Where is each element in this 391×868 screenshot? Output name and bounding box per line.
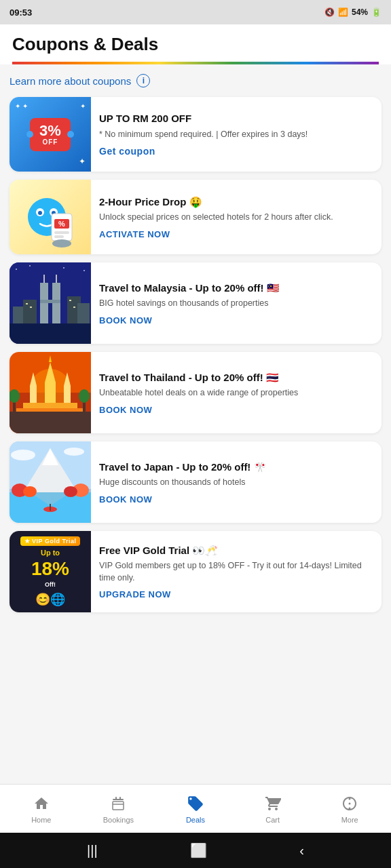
svg-point-58 xyxy=(23,486,37,497)
svg-rect-28 xyxy=(30,307,32,308)
deal-cta-malaysia[interactable]: BOOK NOW xyxy=(99,315,373,326)
bottom-nav: Home Bookings Deals xyxy=(0,784,391,833)
coupon-off: OFF xyxy=(39,138,61,146)
recent-apps-btn[interactable]: ||| xyxy=(87,843,98,859)
content-area: Learn more about coupons i ✦ ✦ ✦ 3% OFF … xyxy=(0,64,391,784)
deal-desc-malaysia: BIG hotel savings on thousands of proper… xyxy=(99,298,373,310)
vip-off: Off! xyxy=(45,581,56,588)
deal-info-vip: Free VIP Gold Trial 👀🥂 VIP Gold members … xyxy=(91,531,381,612)
deal-desc-vip: VIP Gold members get up to 18% OFF - Try… xyxy=(99,560,373,584)
svg-rect-40 xyxy=(64,386,71,403)
header: Coupons & Deals xyxy=(0,24,391,64)
svg-rect-8 xyxy=(54,231,69,234)
japan-fuji-svg xyxy=(10,441,91,523)
deal-cta-coupon[interactable]: Get coupon xyxy=(99,146,373,157)
svg-rect-41 xyxy=(23,403,77,408)
system-nav-bar: ||| ⬜ ‹ xyxy=(0,833,391,868)
svg-rect-35 xyxy=(45,382,56,403)
deal-title-coupon: UP TO RM 200 OFF xyxy=(99,112,373,125)
deal-desc-price-drop: Unlock special prices on selected hotels… xyxy=(99,212,373,224)
deal-title-malaysia: Travel to Malaysia - Up to 20% off! 🇲🇾 xyxy=(99,281,373,295)
cart-icon xyxy=(263,794,282,813)
nav-item-home[interactable]: Home xyxy=(3,790,80,828)
nav-item-cart[interactable]: Cart xyxy=(234,790,312,828)
svg-point-51 xyxy=(64,448,84,456)
deal-cta-japan[interactable]: BOOK NOW xyxy=(99,494,373,505)
deal-card-price-drop: % 2-Hour Price Drop 🤑 Unlock special pri… xyxy=(10,180,381,254)
svg-point-59 xyxy=(64,486,77,497)
nav-label-more: More xyxy=(341,816,358,824)
svg-rect-63 xyxy=(113,802,124,810)
deal-title-thailand: Travel to Thailand - Up to 20% off! 🇹🇭 xyxy=(99,371,373,384)
deal-cta-price-drop[interactable]: ACTIVATE NOW xyxy=(99,229,373,239)
status-bar: 09:53 🔇 📶 54% 🔋 xyxy=(0,0,391,24)
nav-item-deals[interactable]: Deals xyxy=(157,790,234,828)
coupon-ticket: 3% OFF xyxy=(30,118,71,151)
svg-rect-21 xyxy=(40,300,60,303)
vip-percent: 18% xyxy=(31,559,69,578)
svg-point-14 xyxy=(63,267,64,269)
vip-inner: ★ VIP Gold Trial Up to 18% Off! 😊🌐 xyxy=(10,531,91,612)
home-btn[interactable]: ⬜ xyxy=(190,842,207,859)
learn-more-row: Learn more about coupons i xyxy=(10,74,381,87)
more-icon xyxy=(340,794,359,813)
deal-info-malaysia: Travel to Malaysia - Up to 20% off! 🇲🇾 B… xyxy=(91,262,381,344)
mute-icon: 🔇 xyxy=(324,7,335,17)
deal-card-coupon-200: ✦ ✦ ✦ 3% OFF ✦ UP TO RM 200 OFF * No min… xyxy=(10,97,381,172)
deal-image-coupon: ✦ ✦ ✦ 3% OFF ✦ xyxy=(10,97,91,172)
svg-rect-26 xyxy=(10,323,91,344)
home-icon xyxy=(32,794,51,813)
deal-info-thailand: Travel to Thailand - Up to 20% off! 🇹🇭 U… xyxy=(91,352,381,433)
learn-more-link[interactable]: Learn more about coupons xyxy=(10,75,131,87)
deal-info-price-drop: 2-Hour Price Drop 🤑 Unlock special price… xyxy=(91,180,381,254)
deal-cta-vip[interactable]: UPGRADE NOW xyxy=(99,589,373,599)
nav-item-more[interactable]: More xyxy=(311,790,388,828)
deal-image-japan xyxy=(10,441,91,523)
malaysia-skyline-svg xyxy=(10,262,91,344)
svg-rect-43 xyxy=(10,412,91,433)
svg-rect-64 xyxy=(115,797,117,800)
svg-point-50 xyxy=(11,450,35,460)
deal-title-japan: Travel to Japan - Up to 20% off! 🎌 xyxy=(99,460,373,474)
nav-label-home: Home xyxy=(31,816,51,824)
deal-card-japan: Travel to Japan - Up to 20% off! 🎌 Huge … xyxy=(10,441,381,523)
coupon-star-3: ✦ xyxy=(79,157,86,166)
svg-point-10 xyxy=(52,239,71,248)
deal-info-coupon: UP TO RM 200 OFF * No minimum spend requ… xyxy=(91,97,381,172)
svg-point-47 xyxy=(79,389,90,403)
deal-card-malaysia: Travel to Malaysia - Up to 20% off! 🇲🇾 B… xyxy=(10,262,381,344)
svg-point-3 xyxy=(38,211,42,215)
deal-desc-japan: Huge discounts on thousands of hotels xyxy=(99,477,373,489)
deal-image-price-drop: % xyxy=(10,180,91,254)
back-btn[interactable]: ‹ xyxy=(299,843,304,859)
svg-rect-42 xyxy=(16,408,84,412)
svg-point-68 xyxy=(349,802,351,804)
deal-image-thailand xyxy=(10,352,91,433)
vip-badge: ★ VIP Gold Trial xyxy=(20,536,81,546)
deal-title-vip: Free VIP Gold Trial 👀🥂 xyxy=(99,544,373,557)
deal-image-vip: ★ VIP Gold Trial Up to 18% Off! 😊🌐 xyxy=(10,531,91,612)
deal-title-price-drop: 2-Hour Price Drop 🤑 xyxy=(99,195,373,209)
info-icon[interactable]: i xyxy=(136,74,150,87)
deals-icon xyxy=(186,794,205,813)
svg-point-69 xyxy=(349,807,351,809)
coupon-percent: 3% xyxy=(39,123,61,138)
svg-point-12 xyxy=(16,269,17,270)
coupon-star-1: ✦ ✦ xyxy=(15,102,28,110)
vip-emoji: 😊🌐 xyxy=(35,592,65,607)
svg-point-13 xyxy=(29,265,31,267)
svg-rect-61 xyxy=(50,504,51,511)
battery-text: 54% xyxy=(352,7,368,17)
nav-item-bookings[interactable]: Bookings xyxy=(80,790,157,828)
signal-icon: 📶 xyxy=(338,7,348,17)
deal-cta-thailand[interactable]: BOOK NOW xyxy=(99,405,373,415)
coupon-star-2: ✦ xyxy=(80,102,86,110)
nav-label-cart: Cart xyxy=(265,816,280,824)
svg-rect-9 xyxy=(54,235,64,238)
svg-rect-24 xyxy=(13,307,23,323)
page-title: Coupons & Deals xyxy=(12,34,379,55)
thailand-temple-svg xyxy=(10,352,91,433)
svg-rect-27 xyxy=(26,303,28,304)
bookings-icon xyxy=(109,794,128,813)
svg-rect-30 xyxy=(73,307,75,308)
